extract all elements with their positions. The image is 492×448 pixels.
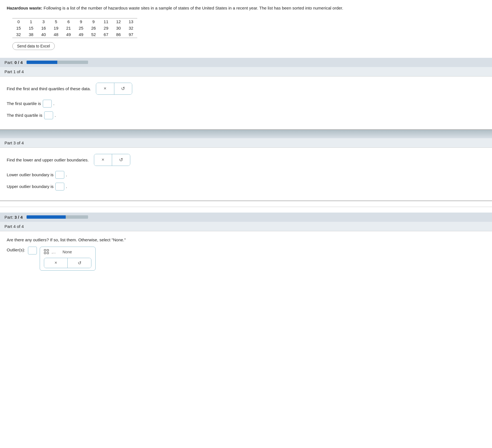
table-cell: 49 (75, 31, 87, 38)
table-cell: 67 (100, 31, 112, 38)
part1-subheader: Part 1 of 4 (0, 67, 492, 77)
section-divider-1 (0, 130, 492, 138)
part3-x-button[interactable]: × (94, 154, 112, 166)
table-cell: 15 (12, 25, 25, 31)
part3-lower-input[interactable] (55, 171, 64, 179)
table-cell: 11 (100, 18, 112, 25)
table-cell: 9 (87, 18, 100, 25)
table-cell: 6 (62, 18, 75, 25)
part3-progress-header: Part: 3 / 4 (0, 213, 492, 222)
part4-outlier-dropdown: ,... None × ↺ (40, 247, 96, 271)
part3-lower-label: Lower outlier boundary is (7, 172, 54, 177)
table-cell: 30 (112, 25, 125, 31)
table-cell: 25 (75, 25, 87, 31)
table-cell: 38 (25, 31, 37, 38)
svg-rect-3 (47, 252, 49, 254)
part1-first-quartile-input[interactable] (43, 100, 52, 108)
part3-content: Find the lower and upper outlier boundar… (0, 148, 492, 201)
table-cell: 49 (62, 31, 75, 38)
table-cell: 52 (87, 31, 100, 38)
part4-outlier-row: Outlier(s): ,... None × ↺ (7, 247, 485, 271)
table-cell: 32 (12, 31, 25, 38)
svg-rect-2 (44, 252, 46, 254)
table-cell: 0 (12, 18, 25, 25)
part4-undo-button[interactable]: ↺ (68, 258, 91, 268)
part1-action-group: × ↺ (96, 83, 132, 95)
table-cell: 15 (25, 25, 37, 31)
part1-third-dot: . (55, 113, 56, 118)
svg-rect-1 (47, 249, 49, 251)
part3-subheader: Part 3 of 4 (0, 138, 492, 148)
table-row: 0135699111213 (12, 18, 137, 25)
part4-none-label[interactable]: None (63, 250, 72, 254)
send-data-button[interactable]: Send data to Excel (12, 42, 55, 50)
part1-first-quartile-row: The first quartile is . (7, 100, 485, 108)
part3-upper-input[interactable] (55, 183, 64, 190)
part4-btn-group: × ↺ (44, 258, 91, 268)
part0-progress-empty (57, 61, 88, 64)
table-row: 32384048494952678697 (12, 31, 137, 38)
part3-progress-empty (66, 215, 88, 219)
svg-rect-0 (44, 249, 46, 251)
part3-upper-dot: . (66, 184, 67, 189)
part1-x-button[interactable]: × (96, 83, 114, 94)
part0-label: Part: 0 / 4 (4, 60, 23, 65)
grid-icon (44, 249, 49, 255)
part3-question-line: Find the lower and upper outlier boundar… (7, 154, 485, 166)
part3-lower-dot: . (66, 172, 67, 177)
part4-outlier-label: Outlier(s): (7, 247, 25, 252)
part3-lower-row: Lower outlier boundary is . (7, 171, 485, 179)
table-cell: 26 (87, 25, 100, 31)
table-cell: 21 (62, 25, 75, 31)
part3-action-group: × ↺ (94, 154, 130, 166)
part4-dropdown-top: ,... None (44, 249, 91, 255)
table-cell: 5 (50, 18, 62, 25)
part0-header: Part: 0 / 4 (0, 58, 492, 67)
problem-description: Following is a list of the number of haz… (42, 6, 343, 10)
part3-upper-row: Upper outlier boundary is . (7, 183, 485, 190)
part1-content: Find the first and third quartiles of th… (0, 77, 492, 130)
table-cell: 13 (125, 18, 137, 25)
part1-third-quartile-row: The third quartile is . (7, 111, 485, 119)
part3-question-text: Find the lower and upper outlier boundar… (7, 158, 89, 162)
part4-dropdown-ellipsis: ,... (52, 250, 60, 254)
data-table: 0135699111213151516192125262930323238404… (12, 18, 137, 38)
table-cell: 12 (112, 18, 125, 25)
part4-subheader: Part 4 of 4 (0, 222, 492, 231)
table-cell: 97 (125, 31, 137, 38)
part4-outlier-input[interactable] (28, 247, 37, 254)
table-cell: 32 (125, 25, 137, 31)
part1-third-quartile-label: The third quartile is (7, 113, 42, 118)
table-row: 15151619212526293032 (12, 25, 137, 31)
part1-first-quartile-label: The first quartile is (7, 101, 41, 106)
part1-third-quartile-input[interactable] (44, 111, 53, 119)
problem-title-bold: Hazardous waste: (7, 6, 42, 10)
part3-progress-label: Part: 3 / 4 (4, 215, 23, 220)
table-cell: 9 (75, 18, 87, 25)
problem-statement: Hazardous waste: Following is a list of … (7, 5, 482, 11)
part1-undo-button[interactable]: ↺ (114, 83, 132, 94)
table-cell: 16 (37, 25, 50, 31)
part3-progress-bar (27, 215, 88, 219)
table-cell: 19 (50, 25, 62, 31)
table-cell: 3 (37, 18, 50, 25)
part4-question-text: Are there any outliers? If so, list them… (7, 237, 485, 242)
part3-upper-label: Upper outlier boundary is (7, 184, 54, 189)
part0-progress (27, 61, 88, 64)
part4-content: Are there any outliers? If so, list them… (0, 231, 492, 279)
part4-x-button[interactable]: × (44, 258, 68, 268)
part1-question-text: Find the first and third quartiles of th… (7, 86, 91, 91)
part1-first-dot: . (53, 101, 55, 106)
part3-progress-fill (27, 215, 66, 219)
table-cell: 1 (25, 18, 37, 25)
part0-progress-fill (27, 61, 57, 64)
part3-undo-button[interactable]: ↺ (112, 154, 130, 166)
table-cell: 86 (112, 31, 125, 38)
table-cell: 48 (50, 31, 62, 38)
table-cell: 40 (37, 31, 50, 38)
part1-question-line: Find the first and third quartiles of th… (7, 83, 485, 95)
table-cell: 29 (100, 25, 112, 31)
